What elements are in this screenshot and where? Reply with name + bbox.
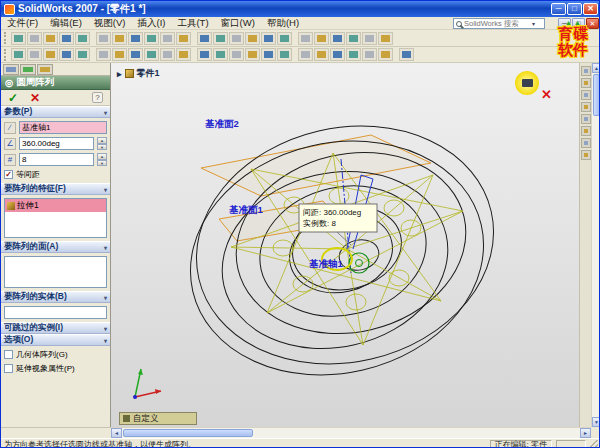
confirm-corner-ok-button[interactable] xyxy=(515,71,539,95)
plane1-label[interactable]: 基准面1 xyxy=(229,204,264,215)
revolved-boss-icon[interactable] xyxy=(27,48,42,61)
rib-icon[interactable] xyxy=(176,48,191,61)
collapse-icon[interactable]: ▾ xyxy=(104,186,107,193)
scroll-right-icon[interactable]: ► xyxy=(580,428,591,438)
mirror-icon[interactable] xyxy=(277,48,292,61)
ok-button[interactable]: ✓ xyxy=(8,91,18,105)
scroll-down-icon[interactable]: ▼ xyxy=(592,417,600,427)
section-instances-to-skip[interactable]: 可跳过的实例(I) ▾ xyxy=(1,322,110,334)
menu-insert[interactable]: 插入(I) xyxy=(131,17,171,30)
section-faces-to-pattern[interactable]: 要阵列的面(A) ▾ xyxy=(1,241,110,253)
toolbar-grip[interactable] xyxy=(4,32,7,44)
search-input[interactable] xyxy=(464,19,530,28)
featuremanager-tab[interactable] xyxy=(3,64,19,75)
view-orientation-label[interactable]: 自定义 xyxy=(119,412,197,425)
doc-minimize-button[interactable]: ─ xyxy=(558,18,571,29)
doc-restore-button[interactable]: □ xyxy=(572,18,585,29)
rotate-view-tool-icon[interactable] xyxy=(581,102,591,112)
trim-entities-icon[interactable] xyxy=(399,48,414,61)
extruded-boss-icon[interactable] xyxy=(11,48,26,61)
standard-views-tool-icon[interactable] xyxy=(581,126,591,136)
circular-pattern-icon[interactable] xyxy=(261,48,276,61)
selected-feature-item[interactable]: 拉伸1 xyxy=(5,199,106,212)
select-icon[interactable] xyxy=(197,32,212,45)
section-tool-icon[interactable] xyxy=(581,150,591,160)
collapse-icon[interactable]: ▾ xyxy=(104,244,107,251)
revolved-cut-icon[interactable] xyxy=(96,48,111,61)
menu-tools[interactable]: 工具(T) xyxy=(171,17,214,30)
rotate-view-icon[interactable] xyxy=(261,32,276,45)
lofted-cut-icon[interactable] xyxy=(128,48,143,61)
scroll-up-icon[interactable]: ▲ xyxy=(592,63,600,73)
redo-icon[interactable] xyxy=(160,32,175,45)
vertical-scroll-thumb[interactable] xyxy=(593,74,600,116)
feature-tree-flyout[interactable]: ▸ 零件1 xyxy=(117,67,160,80)
curves-icon[interactable] xyxy=(314,48,329,61)
paste-icon[interactable] xyxy=(128,32,143,45)
propertymanager-tab[interactable] xyxy=(20,64,36,75)
copy-icon[interactable] xyxy=(112,32,127,45)
zoom-in-out-icon[interactable] xyxy=(245,32,260,45)
zoom-area-icon[interactable] xyxy=(229,32,244,45)
standard-views-icon[interactable] xyxy=(378,32,393,45)
toolbar-grip[interactable] xyxy=(4,49,7,61)
features-listbox[interactable]: 拉伸1 xyxy=(4,198,107,238)
minimize-button[interactable]: ─ xyxy=(551,3,566,15)
rebuild-icon[interactable] xyxy=(176,32,191,45)
zoom-fit-tool-icon[interactable] xyxy=(581,78,591,88)
tree-expand-icon[interactable]: ▸ xyxy=(117,69,122,79)
cancel-button[interactable]: ✕ xyxy=(30,91,40,105)
draft-icon[interactable] xyxy=(197,48,212,61)
confirm-corner-cancel-button[interactable]: ✕ xyxy=(541,87,552,102)
swept-boss-icon[interactable] xyxy=(43,48,58,61)
search-dropdown-icon[interactable]: ▾ xyxy=(532,20,535,27)
new-icon[interactable] xyxy=(11,32,26,45)
save-icon[interactable] xyxy=(43,32,58,45)
collapse-icon[interactable]: ▾ xyxy=(104,109,107,116)
shell-icon[interactable] xyxy=(213,48,228,61)
wireframe-icon[interactable] xyxy=(298,32,313,45)
menu-edit[interactable]: 编辑(E) xyxy=(44,17,88,30)
resize-grip[interactable] xyxy=(590,440,598,448)
bodies-listbox[interactable] xyxy=(4,306,107,319)
doc-close-button[interactable]: ✕ xyxy=(586,18,599,29)
fillet-icon[interactable] xyxy=(144,48,159,61)
help-button[interactable]: ? xyxy=(92,92,103,103)
hidden-lines-removed-icon[interactable] xyxy=(330,32,345,45)
geometry-pattern-checkbox[interactable] xyxy=(4,350,13,359)
axis-label[interactable]: 基准轴1 xyxy=(309,258,344,269)
horizontal-scroll-thumb[interactable] xyxy=(123,429,253,437)
offset-entities-icon[interactable] xyxy=(378,48,393,61)
solidworks-search[interactable]: ▾ xyxy=(453,18,545,29)
instance-count-field[interactable]: 8 xyxy=(19,153,94,166)
display-style-tool-icon[interactable] xyxy=(581,138,591,148)
dimension-icon[interactable] xyxy=(346,48,361,61)
convert-entities-icon[interactable] xyxy=(362,48,377,61)
section-options[interactable]: 选项(O) ▾ xyxy=(1,334,110,346)
model-canvas[interactable]: 基准面2 基准面1 基准轴1 间距: 360.00deg 实例数: 8 xyxy=(111,63,579,427)
section-bodies-to-pattern[interactable]: 要阵列的实体(B) ▾ xyxy=(1,291,110,303)
collapse-icon[interactable]: ▾ xyxy=(104,337,107,344)
plane2-label[interactable]: 基准面2 xyxy=(205,118,239,129)
shaded-icon[interactable] xyxy=(346,32,361,45)
open-icon[interactable] xyxy=(27,32,42,45)
count-spinner[interactable]: ▲ ▼ xyxy=(97,153,107,166)
graphics-viewport[interactable]: 基准面2 基准面1 基准轴1 间距: 360.00deg 实例数: 8 ▸ xyxy=(111,63,579,427)
pan-icon[interactable] xyxy=(277,32,292,45)
swept-cut-icon[interactable] xyxy=(112,48,127,61)
menu-window[interactable]: 窗口(W) xyxy=(215,17,261,30)
menu-file[interactable]: 文件(F) xyxy=(1,17,44,30)
zoom-area-tool-icon[interactable] xyxy=(581,90,591,100)
undo-icon[interactable] xyxy=(144,32,159,45)
faces-listbox[interactable] xyxy=(4,256,107,288)
print-preview-icon[interactable] xyxy=(75,32,90,45)
hole-wizard-icon[interactable] xyxy=(229,48,244,61)
equal-spacing-checkbox[interactable]: ✓ xyxy=(4,170,13,179)
menu-view[interactable]: 视图(V) xyxy=(88,17,132,30)
zoom-fit-icon[interactable] xyxy=(213,32,228,45)
sketch-icon[interactable] xyxy=(330,48,345,61)
pan-tool-icon[interactable] xyxy=(581,114,591,124)
scroll-left-icon[interactable]: ◄ xyxy=(111,428,122,438)
close-button[interactable]: ✕ xyxy=(583,3,598,15)
maximize-button[interactable]: □ xyxy=(567,3,582,15)
